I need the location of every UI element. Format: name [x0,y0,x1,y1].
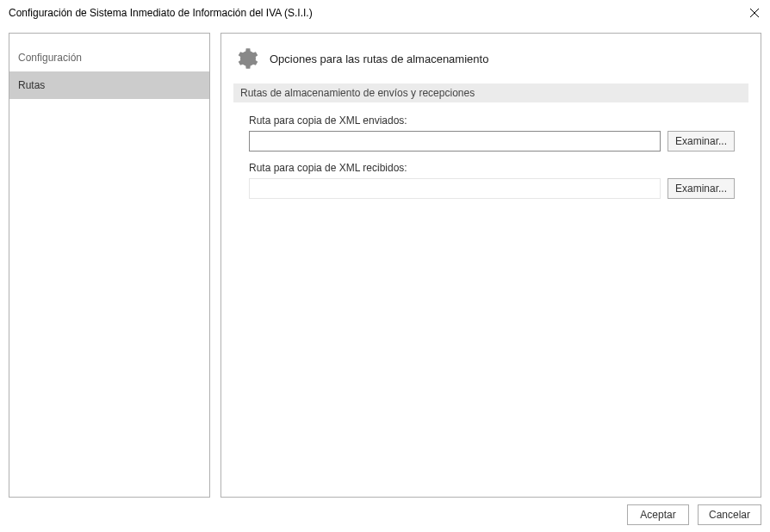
section-header: Rutas de almacenamiento de envíos y rece… [233,84,748,102]
sidebar-item-rutas[interactable]: Rutas [9,71,209,99]
accept-button[interactable]: Aceptar [627,504,689,525]
content-area: Configuración Rutas Opciones para las ru… [9,33,761,498]
browse-received-button[interactable]: Examinar... [668,178,735,199]
field-sent-row: Ruta para copia de XML enviados: Examina… [249,114,748,152]
field-sent-label: Ruta para copia de XML enviados: [249,114,748,127]
titlebar: Configuración de Sistema Inmediato de In… [0,0,770,26]
sidebar: Configuración Rutas [9,33,210,498]
cancel-button[interactable]: Cancelar [698,504,761,525]
field-received-row: Ruta para copia de XML recibidos: Examin… [249,162,748,199]
field-received-label: Ruta para copia de XML recibidos: [249,162,748,174]
field-received-input-row: Examinar... [249,178,748,199]
main-panel: Opciones para las rutas de almacenamient… [220,33,761,498]
field-sent-input[interactable] [249,131,661,152]
sidebar-item-configuracion[interactable]: Configuración [9,44,209,71]
sidebar-item-label: Configuración [18,52,82,64]
gear-icon [233,46,259,71]
browse-sent-button[interactable]: Examinar... [668,131,735,152]
field-sent-input-row: Examinar... [249,131,748,152]
footer-buttons: Aceptar Cancelar [627,504,761,525]
close-icon[interactable] [748,6,761,20]
field-received-input[interactable] [249,178,661,199]
panel-header: Opciones para las rutas de almacenamient… [233,46,748,71]
window-title: Configuración de Sistema Inmediato de In… [9,7,313,19]
panel-title: Opciones para las rutas de almacenamient… [270,53,488,65]
sidebar-item-label: Rutas [18,79,45,91]
